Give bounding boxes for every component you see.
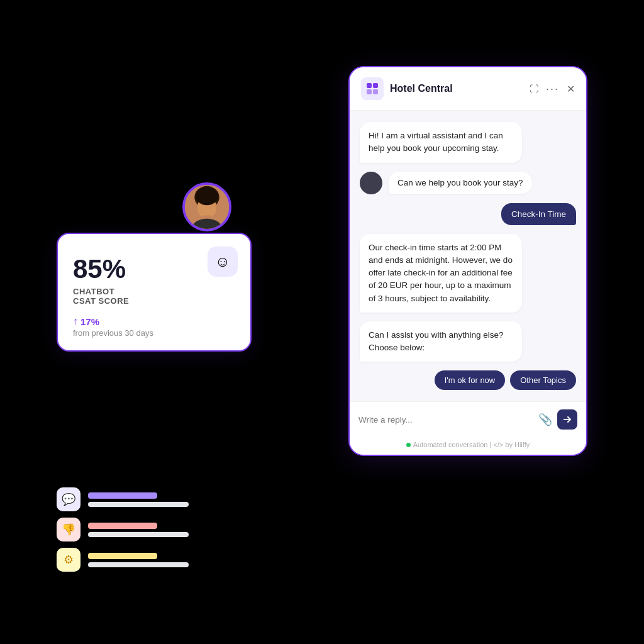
mini-card-1-text bbox=[88, 492, 189, 507]
mini-card-1: 💬 bbox=[57, 487, 189, 511]
bot-message-1: Hi! I am a virtual assistant and I can h… bbox=[360, 122, 576, 163]
chat-bubble-icon: 💬 bbox=[57, 487, 80, 511]
mini-card-2-sub bbox=[88, 532, 189, 537]
mini-card-3-text bbox=[88, 553, 189, 567]
more-icon[interactable]: ··· bbox=[546, 82, 559, 96]
chat-logo-icon bbox=[361, 77, 384, 100]
svg-rect-3 bbox=[373, 89, 378, 94]
ok-for-now-button[interactable]: I'm ok for now bbox=[435, 370, 506, 390]
chat-input-icons: 📎 bbox=[538, 409, 577, 430]
attachment-icon[interactable]: 📎 bbox=[538, 413, 552, 426]
mini-cards: 💬 👎 ⚙ bbox=[57, 487, 189, 572]
chat-input-area: 📎 bbox=[350, 401, 586, 437]
other-topics-button[interactable]: Other Topics bbox=[510, 370, 576, 390]
csat-change: ↑ 17% bbox=[73, 316, 235, 327]
bot-bubble-3: Can I assist you with anything else? Cho… bbox=[360, 321, 522, 362]
mini-card-2-text bbox=[88, 523, 189, 537]
chat-reply-input[interactable] bbox=[358, 415, 533, 425]
footer-text: Automated conversation | </> by Hiiffy bbox=[413, 441, 530, 448]
svg-point-7 bbox=[196, 187, 218, 206]
up-arrow-icon: ↑ bbox=[73, 316, 78, 327]
chat-title: Hotel Central bbox=[390, 83, 523, 94]
bot-message-3: Can I assist you with anything else? Cho… bbox=[360, 321, 576, 362]
user-message-1: Can we help you book your stay? bbox=[360, 172, 576, 194]
csat-label-line1: CHATBOT CSAT SCORE bbox=[73, 287, 235, 306]
main-container: Hotel Central ⛶ ··· ✕ Hi! I am a virtual… bbox=[0, 0, 644, 644]
agent-avatar bbox=[182, 182, 231, 231]
svg-rect-0 bbox=[367, 83, 372, 88]
mini-card-3-title bbox=[88, 553, 157, 559]
chat-widget: Hotel Central ⛶ ··· ✕ Hi! I am a virtual… bbox=[348, 66, 587, 456]
user-avatar bbox=[360, 172, 382, 194]
mini-card-2-title bbox=[88, 523, 157, 529]
expand-icon[interactable]: ⛶ bbox=[530, 84, 538, 94]
bot-message-2: Our check-in time starts at 2:00 PM and … bbox=[360, 234, 576, 313]
mini-card-3-sub bbox=[88, 562, 189, 567]
gear-icon: ⚙ bbox=[57, 548, 80, 572]
csat-card: ☺ 85% CHATBOT CSAT SCORE ↑ 17% from prev… bbox=[57, 233, 252, 352]
svg-rect-2 bbox=[367, 89, 372, 94]
mini-card-2: 👎 bbox=[57, 518, 189, 541]
mini-card-1-sub bbox=[88, 502, 189, 507]
thumbs-down-icon: 👎 bbox=[57, 518, 80, 541]
user-right-bubble-1: Check-In Time bbox=[501, 203, 576, 225]
quick-buttons: I'm ok for now Other Topics bbox=[360, 370, 576, 390]
chat-header-icons: ⛶ ··· ✕ bbox=[530, 82, 575, 96]
user-right-message-1: Check-In Time bbox=[360, 203, 576, 225]
mini-card-1-title bbox=[88, 492, 157, 499]
status-dot bbox=[406, 443, 411, 447]
csat-previous-label: from previous 30 days bbox=[73, 328, 235, 338]
chat-header: Hotel Central ⛶ ··· ✕ bbox=[350, 67, 586, 111]
chat-messages: Hi! I am a virtual assistant and I can h… bbox=[350, 111, 586, 401]
svg-rect-1 bbox=[373, 83, 378, 88]
close-icon[interactable]: ✕ bbox=[567, 83, 575, 95]
chat-footer: Automated conversation | </> by Hiiffy bbox=[350, 437, 586, 455]
bot-bubble-1: Hi! I am a virtual assistant and I can h… bbox=[360, 122, 522, 163]
user-bubble-1: Can we help you book your stay? bbox=[389, 172, 532, 194]
mini-card-3: ⚙ bbox=[57, 548, 189, 572]
bot-bubble-2: Our check-in time starts at 2:00 PM and … bbox=[360, 234, 522, 313]
send-button[interactable] bbox=[557, 409, 577, 430]
csat-emoji-icon: ☺ bbox=[208, 247, 238, 277]
csat-change-value: 17% bbox=[80, 316, 99, 327]
